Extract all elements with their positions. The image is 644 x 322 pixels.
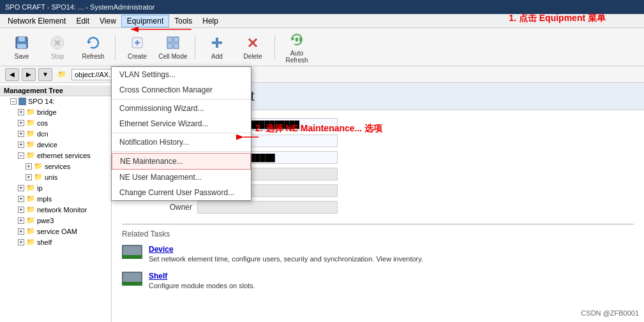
dcn-label: dcn [37, 130, 49, 138]
bridge-icon: 📁 [26, 108, 35, 116]
expander-device[interactable]: + [18, 142, 24, 148]
menu-tools[interactable]: Tools [169, 15, 197, 27]
auto-refresh-button[interactable]: Auto Refresh [280, 31, 313, 64]
expander-mpls[interactable]: + [18, 196, 24, 202]
menu-change-password[interactable]: Change Current User Password... [112, 185, 251, 200]
menu-notification-history[interactable]: Notification History... [112, 135, 251, 150]
expander-service-oam[interactable]: + [18, 228, 24, 235]
sidebar: Management Tree − SPO 14: + 📁 bridge + 📁… [0, 83, 112, 322]
tree-item-spo14[interactable]: − SPO 14: [0, 96, 111, 106]
toolbar: Save Stop Refresh C [0, 28, 644, 66]
expander-ethernet-services[interactable]: − [18, 152, 24, 159]
dcn-icon: 📁 [26, 129, 35, 138]
save-button[interactable]: Save [5, 31, 38, 64]
shelf-task-desc: Configure module modes on slots. [149, 282, 255, 289]
expander-cos[interactable]: + [18, 120, 24, 126]
svg-rect-10 [167, 37, 172, 42]
tree-title: Management Tree [0, 85, 111, 96]
menu-vlan-settings[interactable]: VLAN Settings... [112, 67, 251, 82]
separator-2 [195, 34, 195, 60]
task-device: Device Set network element time, configu… [122, 245, 634, 263]
tree-item-dcn[interactable]: + 📁 dcn [0, 128, 111, 139]
device-task-link[interactable]: Device [149, 245, 423, 254]
shelf-icon: 📁 [26, 238, 35, 246]
shelf-task-text: Shelf Configure module modes on slots. [149, 272, 255, 289]
cell-mode-button[interactable]: Cell Mode [156, 31, 190, 64]
svg-rect-12 [167, 43, 172, 48]
menu-edit[interactable]: Edit [71, 15, 94, 27]
stop-button[interactable]: Stop [41, 31, 74, 64]
separator-drop-2 [112, 133, 251, 133]
tree-item-services[interactable]: + 📁 services [0, 161, 111, 172]
expander-pwe3[interactable]: + [18, 217, 24, 224]
spo14-icon [19, 98, 26, 105]
refresh-button[interactable]: Refresh [77, 31, 110, 64]
device-task-desc: Set network element time, configure user… [149, 255, 423, 263]
tree-item-mpls[interactable]: + 📁 mpls [0, 193, 111, 204]
device-label: device [37, 141, 57, 149]
separator-1 [115, 34, 116, 60]
equipment-dropdown: VLAN Settings... Cross Connection Manage… [111, 66, 251, 201]
spo14-label: SPO 14: [28, 98, 55, 105]
tree-item-device[interactable]: + 📁 device [0, 139, 111, 150]
shelf-task-link[interactable]: Shelf [149, 272, 255, 281]
menu-ne-maintenance[interactable]: NE Maintenance... [112, 153, 251, 170]
related-tasks-label: Related Tasks [122, 230, 634, 238]
add-button[interactable]: Add [200, 31, 234, 64]
expander-network-monitor[interactable]: + [18, 207, 24, 213]
expander-services[interactable]: + [26, 163, 32, 170]
tree-item-unis[interactable]: + 📁 unis [0, 172, 111, 182]
main-area: Management Tree − SPO 14: + 📁 bridge + 📁… [0, 83, 644, 322]
create-button[interactable]: Create [121, 31, 154, 64]
dropdown-button[interactable]: ▼ [38, 68, 52, 81]
ip-label: ip [37, 184, 43, 192]
menu-commissioning-wizard[interactable]: Commissioning Wizard... [112, 101, 251, 116]
menu-view[interactable]: View [94, 15, 121, 27]
expander-shelf[interactable]: + [18, 239, 24, 245]
expander-dcn[interactable]: + [18, 131, 24, 137]
delete-button[interactable]: Delete [236, 31, 269, 64]
menu-equipment[interactable]: Equipment [121, 15, 169, 27]
related-tasks-section: Related Tasks Device Set network element… [122, 224, 634, 289]
service-oam-icon: 📁 [26, 227, 35, 235]
svg-rect-28 [123, 246, 141, 255]
svg-marker-18 [292, 37, 295, 41]
tree-item-ip[interactable]: + 📁 ip [0, 182, 111, 193]
create-icon [128, 34, 146, 52]
menu-cross-connection[interactable]: Cross Connection Manager [112, 82, 251, 98]
ethernet-services-icon: 📁 [26, 151, 35, 159]
services-label: services [45, 163, 70, 170]
tree-item-shelf[interactable]: + 📁 shelf [0, 237, 111, 247]
menu-network-element[interactable]: Network Element [3, 15, 71, 27]
save-label: Save [15, 53, 29, 60]
bridge-label: bridge [37, 108, 57, 116]
unis-icon: 📁 [34, 173, 43, 181]
create-label: Create [128, 53, 147, 60]
device-task-icon [122, 245, 142, 259]
tree-item-bridge[interactable]: + 📁 bridge [0, 106, 111, 117]
menu-ethernet-service-wizard[interactable]: Ethernet Service Wizard... [112, 116, 251, 131]
expander-unis[interactable]: + [26, 174, 32, 180]
cell-mode-icon [164, 34, 182, 52]
address-prefix: 📁 [57, 70, 66, 78]
back-button[interactable]: ◀ [5, 68, 19, 81]
tree-item-pwe3[interactable]: + 📁 pwe3 [0, 215, 111, 226]
expander-bridge[interactable]: + [18, 109, 24, 115]
tree-item-ethernet-services[interactable]: − 📁 ethernet services [0, 150, 111, 161]
stop-icon [49, 34, 66, 52]
pwe3-label: pwe3 [37, 217, 54, 224]
tree-item-service-oam[interactable]: + 📁 service OAM [0, 226, 111, 237]
save-icon [13, 34, 31, 52]
tree-item-network-monitor[interactable]: + 📁 network Monitor [0, 204, 111, 215]
menu-ne-user-management[interactable]: NE User Management... [112, 170, 251, 185]
expander-ip[interactable]: + [18, 185, 24, 191]
svg-rect-31 [123, 273, 141, 282]
expander-spo14[interactable]: − [10, 98, 17, 105]
tree-item-cos[interactable]: + 📁 cos [0, 117, 111, 128]
forward-button[interactable]: ▶ [22, 68, 36, 81]
menu-help[interactable]: Help [197, 15, 223, 27]
add-icon [208, 34, 226, 52]
mpls-icon: 📁 [26, 194, 35, 203]
separator-drop-3 [112, 151, 251, 152]
service-oam-label: service OAM [37, 228, 77, 235]
